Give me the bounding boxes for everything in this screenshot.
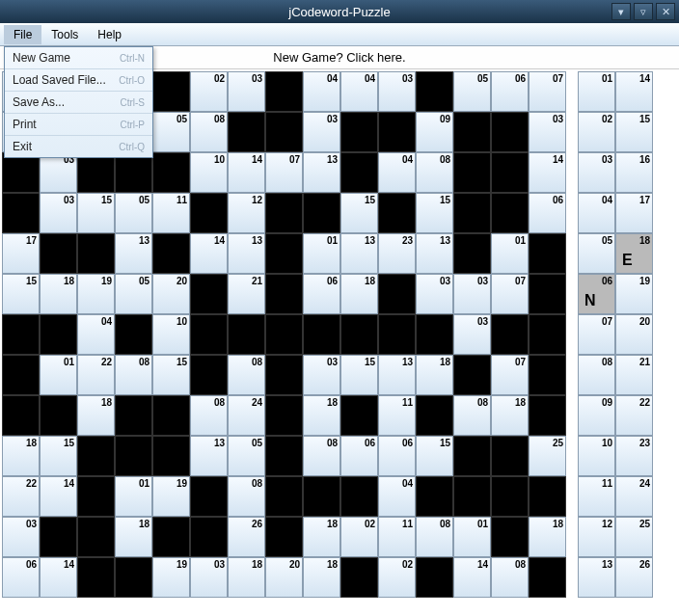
- grid-cell[interactable]: 17: [2, 233, 40, 274]
- grid-cell[interactable]: 18: [228, 557, 265, 598]
- grid-cell[interactable]: 05: [453, 71, 491, 112]
- grid-cell[interactable]: 20: [152, 274, 190, 314]
- grid-cell[interactable]: 18: [2, 436, 40, 476]
- key-cell[interactable]: 04: [578, 193, 615, 233]
- grid-cell[interactable]: 08: [115, 355, 152, 395]
- grid-cell[interactable]: 03: [2, 517, 40, 557]
- grid-cell[interactable]: 14: [529, 152, 566, 193]
- grid-cell[interactable]: 08: [416, 517, 453, 557]
- grid-cell[interactable]: 04: [340, 71, 378, 112]
- menu-help[interactable]: Help: [88, 25, 131, 44]
- grid-cell[interactable]: 03: [40, 152, 77, 193]
- grid-cell[interactable]: 03: [228, 71, 265, 112]
- key-cell[interactable]: 12: [578, 517, 615, 557]
- grid-cell[interactable]: 06: [303, 274, 340, 314]
- grid-cell[interactable]: 13: [340, 233, 378, 274]
- grid-cell[interactable]: 06: [378, 436, 416, 476]
- grid-cell[interactable]: 03: [40, 193, 77, 233]
- grid-cell[interactable]: 18: [303, 517, 340, 557]
- grid-cell[interactable]: 19: [152, 476, 190, 517]
- grid-cell[interactable]: 06: [529, 193, 566, 233]
- grid-cell[interactable]: 03: [303, 355, 340, 395]
- grid-cell[interactable]: 08: [303, 436, 340, 476]
- grid-cell[interactable]: 15: [340, 355, 378, 395]
- grid-cell[interactable]: 18: [40, 274, 77, 314]
- grid-cell[interactable]: 03: [303, 112, 340, 152]
- grid-cell[interactable]: 01: [40, 355, 77, 395]
- grid-cell[interactable]: 15: [340, 193, 378, 233]
- key-cell[interactable]: 11: [578, 476, 615, 517]
- grid-cell[interactable]: 04: [77, 314, 115, 355]
- grid-cell[interactable]: 07: [491, 355, 529, 395]
- grid-cell[interactable]: 14: [228, 152, 265, 193]
- grid-cell[interactable]: 02: [340, 517, 378, 557]
- grid-cell[interactable]: 13: [303, 152, 340, 193]
- grid-cell[interactable]: 02: [190, 71, 228, 112]
- grid-cell[interactable]: 15: [40, 436, 77, 476]
- key-cell[interactable]: 01: [578, 71, 615, 112]
- key-cell[interactable]: 26: [615, 557, 653, 598]
- key-cell[interactable]: 19: [615, 274, 653, 314]
- grid-cell[interactable]: 14: [40, 557, 77, 598]
- file-menu-load-saved-file-[interactable]: Load Saved File...Ctrl-O: [5, 69, 152, 92]
- grid-cell[interactable]: 15: [2, 274, 40, 314]
- grid-cell[interactable]: 18: [529, 517, 566, 557]
- key-cell[interactable]: 08: [578, 355, 615, 395]
- grid-cell[interactable]: 08: [491, 557, 529, 598]
- key-cell[interactable]: 17: [615, 193, 653, 233]
- grid-cell[interactable]: 18: [77, 395, 115, 436]
- grid-cell[interactable]: 13: [190, 436, 228, 476]
- file-menu-new-game[interactable]: New GameCtrl-N: [5, 47, 152, 69]
- grid-cell[interactable]: 26: [228, 517, 265, 557]
- key-cell[interactable]: 15: [615, 112, 653, 152]
- grid-cell[interactable]: 12: [228, 193, 265, 233]
- grid-cell[interactable]: 06: [340, 436, 378, 476]
- key-cell[interactable]: 25: [615, 517, 653, 557]
- grid-cell[interactable]: 18: [303, 395, 340, 436]
- grid-cell[interactable]: 05: [115, 274, 152, 314]
- lower-button[interactable]: ▿: [634, 3, 653, 20]
- grid-cell[interactable]: 07: [265, 152, 303, 193]
- grid-cell[interactable]: 01: [453, 517, 491, 557]
- key-cell[interactable]: 07: [578, 314, 615, 355]
- grid-cell[interactable]: 18: [340, 274, 378, 314]
- grid-cell[interactable]: 08: [416, 152, 453, 193]
- grid-cell[interactable]: 18: [115, 517, 152, 557]
- grid-cell[interactable]: 15: [416, 436, 453, 476]
- grid-cell[interactable]: 19: [152, 557, 190, 598]
- grid-cell[interactable]: 07: [529, 71, 566, 112]
- grid-cell[interactable]: 21: [228, 274, 265, 314]
- key-cell[interactable]: 13: [578, 557, 615, 598]
- grid-cell[interactable]: 05: [152, 112, 190, 152]
- grid-cell[interactable]: 08: [190, 112, 228, 152]
- grid-cell[interactable]: 13: [416, 233, 453, 274]
- grid-cell[interactable]: 02: [378, 557, 416, 598]
- grid-cell[interactable]: 18: [303, 557, 340, 598]
- key-cell[interactable]: 14: [615, 71, 653, 112]
- grid-cell[interactable]: 06: [2, 557, 40, 598]
- grid-cell[interactable]: 13: [378, 355, 416, 395]
- grid-cell[interactable]: 14: [40, 476, 77, 517]
- grid-cell[interactable]: 14: [453, 557, 491, 598]
- grid-cell[interactable]: 15: [416, 193, 453, 233]
- grid-cell[interactable]: 14: [190, 233, 228, 274]
- key-cell[interactable]: 24: [615, 476, 653, 517]
- grid-cell[interactable]: 13: [228, 233, 265, 274]
- file-menu-save-as-[interactable]: Save As...Ctrl-S: [5, 92, 152, 114]
- grid-cell[interactable]: 19: [77, 274, 115, 314]
- grid-cell[interactable]: 15: [152, 355, 190, 395]
- grid-cell[interactable]: 22: [77, 355, 115, 395]
- key-cell[interactable]: 16: [615, 152, 653, 193]
- file-menu-exit[interactable]: ExitCtrl-Q: [5, 136, 152, 157]
- key-cell[interactable]: 05: [578, 233, 615, 274]
- grid-cell[interactable]: 08: [453, 395, 491, 436]
- key-cell[interactable]: 20: [615, 314, 653, 355]
- grid-cell[interactable]: 08: [228, 476, 265, 517]
- grid-cell[interactable]: 10: [190, 152, 228, 193]
- grid-cell[interactable]: 10: [152, 314, 190, 355]
- key-cell[interactable]: 22: [615, 395, 653, 436]
- grid-cell[interactable]: 13: [115, 233, 152, 274]
- close-button[interactable]: ✕: [656, 3, 675, 20]
- grid-cell[interactable]: 25: [529, 436, 566, 476]
- grid-cell[interactable]: 01: [303, 233, 340, 274]
